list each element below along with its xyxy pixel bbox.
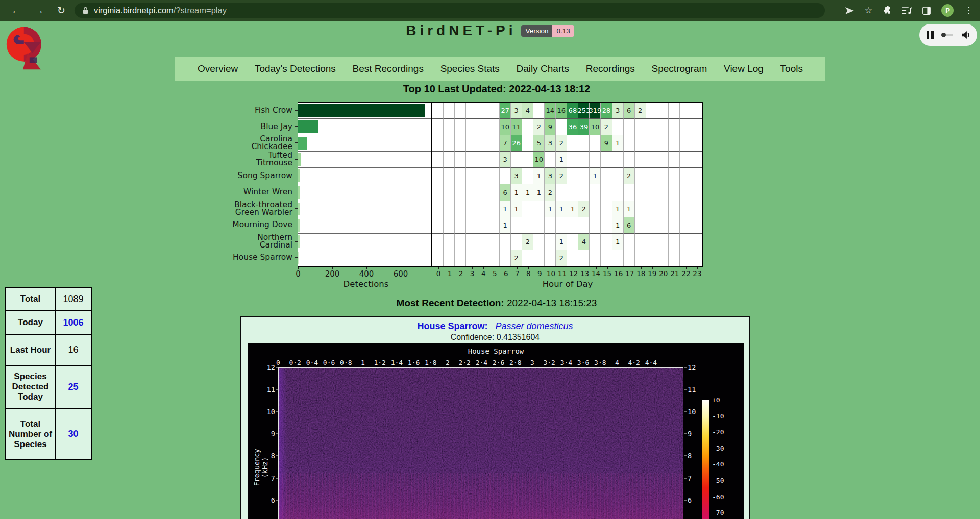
heatmap-cell xyxy=(669,201,680,217)
heatmap-cell: 1 xyxy=(612,135,624,152)
page: { "browser": { "url_host": "virginia.bir… xyxy=(0,0,980,519)
heatmap-cell xyxy=(680,184,691,201)
heatmap-cell: 7 xyxy=(500,135,511,152)
heatmap-cell xyxy=(533,250,545,266)
heatmap-cell xyxy=(680,135,691,152)
heatmap-cell xyxy=(466,119,477,135)
heatmap-cell xyxy=(680,217,691,234)
progress-slider[interactable] xyxy=(941,34,953,36)
hour-axis-tick-label: 3 xyxy=(470,269,475,278)
profile-avatar[interactable]: P xyxy=(941,4,954,17)
heatmap-cell xyxy=(477,152,488,168)
hour-axis-tick-label: 20 xyxy=(659,269,668,278)
colorbar-db-label: -70 xyxy=(712,509,724,516)
species-label-row: Mourning Dove xyxy=(232,217,298,233)
heatmap-cell xyxy=(488,168,500,184)
species-label-row: Fish Crow xyxy=(232,102,298,118)
nav-item-recordings[interactable]: Recordings xyxy=(586,63,635,75)
heatmap-cell xyxy=(669,119,680,135)
top10-heading: Top 10 Last Updated: 2022-04-13 18:12 xyxy=(0,83,980,95)
heatmap-cell xyxy=(657,217,669,234)
heatmap-cell xyxy=(466,184,477,201)
heatmap-cell: 1 xyxy=(567,201,578,217)
hour-axis-tick xyxy=(483,267,484,269)
heatmap-cell xyxy=(567,135,578,152)
time-axis-label: 1 xyxy=(361,359,365,366)
freq-axis-label-right: 12 xyxy=(688,363,696,372)
nav-item-species-stats[interactable]: Species Stats xyxy=(440,63,500,75)
time-axis-label: 0 xyxy=(276,359,280,366)
heatmap-cell xyxy=(624,119,635,135)
heatmap-cell xyxy=(669,250,680,266)
heatmap-cell xyxy=(567,184,578,201)
heatmap-cell xyxy=(657,119,669,135)
nav-item-tools[interactable]: Tools xyxy=(780,63,803,75)
colorbar-db-label: -10 xyxy=(712,412,724,419)
heatmap-cell xyxy=(500,168,511,184)
hour-axis-tick-label: 17 xyxy=(625,269,634,278)
heatmap-cell xyxy=(612,152,624,168)
nav-item-daily-charts[interactable]: Daily Charts xyxy=(517,63,569,75)
heatmap-cell xyxy=(432,234,444,250)
heatmap-cell xyxy=(511,217,522,234)
detection-species-line: House Sparrow: Passer domesticus xyxy=(241,321,749,332)
nav-item-view-log[interactable]: View Log xyxy=(724,63,764,75)
heatmap-cell xyxy=(567,250,578,266)
nav-item-spectrogram[interactable]: Spectrogram xyxy=(652,63,707,75)
stats-value-link[interactable]: 1006 xyxy=(55,311,91,334)
detections-bar-plot xyxy=(298,102,432,267)
spectrogram-title: House Sparrow xyxy=(248,347,744,355)
heatmap-cell xyxy=(669,168,680,184)
bar-row xyxy=(298,217,431,234)
heatmap-cell: 1 xyxy=(500,217,511,234)
reload-icon[interactable]: ↻ xyxy=(57,5,65,16)
nav-item-today-s-detections[interactable]: Today's Detections xyxy=(255,63,336,75)
bookmark-star-icon[interactable]: ☆ xyxy=(865,5,872,16)
version-badge: Version0.13 xyxy=(521,25,574,37)
hour-axis-tick xyxy=(630,267,630,269)
stats-value-link[interactable]: 30 xyxy=(55,408,91,460)
stats-value-link[interactable]: 25 xyxy=(55,365,91,408)
heatmap-cell xyxy=(444,184,455,201)
bar-row xyxy=(298,234,431,250)
hour-axis-tick-label: 7 xyxy=(515,269,520,278)
playlist-extension-icon[interactable] xyxy=(902,7,912,15)
lock-icon xyxy=(82,6,89,15)
stats-row: Total Number of Species30 xyxy=(6,408,91,460)
colorbar-db-label: -20 xyxy=(712,428,724,436)
send-icon[interactable] xyxy=(845,7,854,15)
heatmap-cell xyxy=(511,152,522,168)
heatmap-cell xyxy=(646,103,657,119)
time-axis-label: 4 xyxy=(615,359,619,366)
heatmap-cell xyxy=(432,184,444,201)
forward-icon[interactable]: → xyxy=(34,5,44,16)
hour-axis-tick xyxy=(585,267,585,269)
speaker-icon[interactable] xyxy=(961,31,970,39)
address-bar[interactable]: virginia.birdnetpi.com/?stream=play xyxy=(75,3,825,18)
freq-tick-right xyxy=(684,411,687,412)
side-panel-icon[interactable] xyxy=(922,7,931,15)
heatmap-cell: 1 xyxy=(590,168,601,184)
heatmap-cell xyxy=(567,234,578,250)
bar-row xyxy=(298,250,431,266)
time-axis-label: 4·2 xyxy=(628,359,640,366)
heatmap-cell xyxy=(444,217,455,234)
heatmap-cell xyxy=(624,234,635,250)
nav-item-overview[interactable]: Overview xyxy=(198,63,238,75)
freq-axis-label-right: 11 xyxy=(688,385,696,393)
hour-axis-tick-label: 2 xyxy=(459,269,463,278)
browser-menu-icon[interactable]: ⋮ xyxy=(964,5,973,16)
species-common-name-link[interactable]: House Sparrow: xyxy=(417,321,487,331)
detections-bar xyxy=(298,104,425,117)
nav-item-best-recordings[interactable]: Best Recordings xyxy=(353,63,424,75)
heatmap-cell xyxy=(669,234,680,250)
back-icon[interactable]: ← xyxy=(11,5,21,16)
extensions-puzzle-icon[interactable] xyxy=(883,6,892,15)
pause-icon[interactable] xyxy=(927,31,934,39)
time-axis-label: 3·8 xyxy=(594,359,606,366)
heatmap-cell xyxy=(635,135,646,152)
heatmap-cell xyxy=(669,103,680,119)
audio-player[interactable] xyxy=(919,24,977,46)
heatmap-cell xyxy=(680,168,691,184)
heatmap-cell: 2 xyxy=(556,250,567,266)
